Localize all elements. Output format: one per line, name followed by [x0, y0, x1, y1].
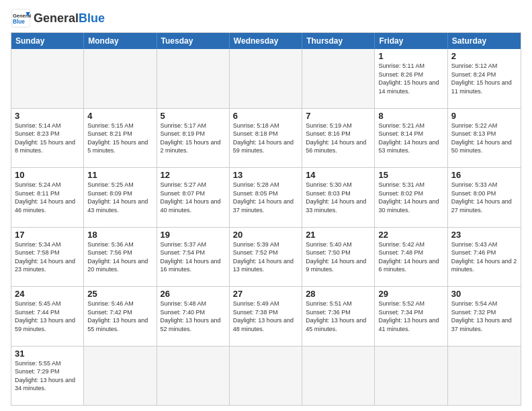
- day-number: 28: [306, 289, 371, 299]
- cal-cell: 29Sunrise: 5:52 AMSunset: 7:34 PMDayligh…: [375, 287, 447, 346]
- sun-info: Sunrise: 5:51 AMSunset: 7:36 PMDaylight:…: [306, 300, 371, 333]
- day-number: 23: [451, 230, 517, 240]
- day-number: 22: [378, 230, 443, 240]
- sun-info: Sunrise: 5:22 AMSunset: 8:13 PMDaylight:…: [451, 122, 517, 155]
- sun-info: Sunrise: 5:39 AMSunset: 7:52 PMDaylight:…: [233, 240, 298, 274]
- sun-info: Sunrise: 5:34 AMSunset: 7:58 PMDaylight:…: [15, 240, 80, 274]
- day-number: 11: [87, 170, 152, 180]
- sun-info: Sunrise: 5:45 AMSunset: 7:44 PMDaylight:…: [15, 300, 80, 333]
- sun-info: Sunrise: 5:14 AMSunset: 8:23 PMDaylight:…: [15, 122, 80, 155]
- cal-header-thursday: Thursday: [302, 33, 375, 49]
- sun-info: Sunrise: 5:11 AMSunset: 8:26 PMDaylight:…: [378, 62, 443, 95]
- cal-cell: [157, 347, 230, 406]
- cal-cell: 19Sunrise: 5:37 AMSunset: 7:54 PMDayligh…: [157, 228, 230, 287]
- day-number: 9: [451, 111, 517, 121]
- day-number: 13: [233, 170, 298, 180]
- cal-cell: 27Sunrise: 5:49 AMSunset: 7:38 PMDayligh…: [230, 287, 302, 346]
- cal-header-friday: Friday: [375, 33, 447, 49]
- sun-info: Sunrise: 5:15 AMSunset: 8:21 PMDaylight:…: [87, 122, 152, 155]
- sun-info: Sunrise: 5:48 AMSunset: 7:40 PMDaylight:…: [161, 300, 226, 333]
- day-number: 3: [15, 111, 80, 121]
- cal-cell: 11Sunrise: 5:25 AMSunset: 8:09 PMDayligh…: [84, 168, 157, 227]
- cal-cell: 24Sunrise: 5:45 AMSunset: 7:44 PMDayligh…: [11, 287, 84, 346]
- cal-cell: [157, 49, 230, 108]
- cal-cell: 16Sunrise: 5:33 AMSunset: 8:00 PMDayligh…: [448, 168, 521, 227]
- cal-cell: 18Sunrise: 5:36 AMSunset: 7:56 PMDayligh…: [84, 228, 157, 287]
- cal-cell: 21Sunrise: 5:40 AMSunset: 7:50 PMDayligh…: [302, 228, 375, 287]
- cal-cell: 22Sunrise: 5:42 AMSunset: 7:48 PMDayligh…: [375, 228, 447, 287]
- sun-info: Sunrise: 5:55 AMSunset: 7:29 PMDaylight:…: [15, 359, 80, 393]
- cal-cell: [230, 347, 302, 406]
- cal-row-2: 10Sunrise: 5:24 AMSunset: 8:11 PMDayligh…: [11, 168, 521, 228]
- day-number: 25: [87, 289, 152, 299]
- cal-cell: 6Sunrise: 5:18 AMSunset: 8:18 PMDaylight…: [230, 109, 302, 168]
- day-number: 16: [451, 170, 517, 180]
- sun-info: Sunrise: 5:37 AMSunset: 7:54 PMDaylight:…: [161, 240, 226, 274]
- day-number: 24: [15, 289, 80, 299]
- sun-info: Sunrise: 5:40 AMSunset: 7:50 PMDaylight:…: [306, 240, 371, 274]
- sun-info: Sunrise: 5:30 AMSunset: 8:03 PMDaylight:…: [306, 181, 371, 214]
- day-number: 30: [451, 289, 517, 299]
- cal-header-tuesday: Tuesday: [157, 33, 230, 49]
- cal-cell: [230, 49, 302, 108]
- cal-cell: 31Sunrise: 5:55 AMSunset: 7:29 PMDayligh…: [11, 347, 84, 406]
- cal-header-saturday: Saturday: [448, 33, 521, 49]
- cal-row-4: 24Sunrise: 5:45 AMSunset: 7:44 PMDayligh…: [11, 287, 521, 347]
- cal-cell: 12Sunrise: 5:27 AMSunset: 8:07 PMDayligh…: [157, 168, 230, 227]
- day-number: 1: [378, 51, 443, 61]
- cal-cell: 8Sunrise: 5:21 AMSunset: 8:14 PMDaylight…: [375, 109, 447, 168]
- sun-info: Sunrise: 5:21 AMSunset: 8:14 PMDaylight:…: [378, 122, 443, 155]
- day-number: 15: [378, 170, 443, 180]
- calendar-header-row: SundayMondayTuesdayWednesdayThursdayFrid…: [11, 33, 521, 49]
- header: General Blue GeneralBlue: [11, 8, 521, 28]
- cal-cell: 2Sunrise: 5:12 AMSunset: 8:24 PMDaylight…: [448, 49, 521, 108]
- sun-info: Sunrise: 5:52 AMSunset: 7:34 PMDaylight:…: [378, 300, 443, 333]
- cal-cell: 30Sunrise: 5:54 AMSunset: 7:32 PMDayligh…: [448, 287, 521, 346]
- cal-cell: 10Sunrise: 5:24 AMSunset: 8:11 PMDayligh…: [11, 168, 84, 227]
- svg-text:Blue: Blue: [13, 19, 25, 25]
- sun-info: Sunrise: 5:46 AMSunset: 7:42 PMDaylight:…: [87, 300, 152, 333]
- day-number: 10: [15, 170, 80, 180]
- cal-cell: [84, 347, 157, 406]
- cal-cell: 17Sunrise: 5:34 AMSunset: 7:58 PMDayligh…: [11, 228, 84, 287]
- day-number: 14: [306, 170, 371, 180]
- sun-info: Sunrise: 5:12 AMSunset: 8:24 PMDaylight:…: [451, 62, 517, 95]
- cal-cell: 7Sunrise: 5:19 AMSunset: 8:16 PMDaylight…: [302, 109, 375, 168]
- logo-text: GeneralBlue: [34, 12, 105, 24]
- cal-cell: 14Sunrise: 5:30 AMSunset: 8:03 PMDayligh…: [302, 168, 375, 227]
- cal-cell: 25Sunrise: 5:46 AMSunset: 7:42 PMDayligh…: [84, 287, 157, 346]
- sun-info: Sunrise: 5:43 AMSunset: 7:46 PMDaylight:…: [451, 240, 517, 274]
- cal-cell: 3Sunrise: 5:14 AMSunset: 8:23 PMDaylight…: [11, 109, 84, 168]
- cal-row-5: 31Sunrise: 5:55 AMSunset: 7:29 PMDayligh…: [11, 347, 521, 406]
- cal-cell: [11, 49, 84, 108]
- sun-info: Sunrise: 5:54 AMSunset: 7:32 PMDaylight:…: [451, 300, 517, 333]
- cal-cell: [302, 347, 375, 406]
- cal-cell: [84, 49, 157, 108]
- day-number: 31: [15, 349, 80, 359]
- day-number: 4: [87, 111, 152, 121]
- day-number: 2: [451, 51, 517, 61]
- cal-header-wednesday: Wednesday: [230, 33, 302, 49]
- cal-cell: 28Sunrise: 5:51 AMSunset: 7:36 PMDayligh…: [302, 287, 375, 346]
- sun-info: Sunrise: 5:49 AMSunset: 7:38 PMDaylight:…: [233, 300, 298, 333]
- cal-cell: 1Sunrise: 5:11 AMSunset: 8:26 PMDaylight…: [375, 49, 447, 108]
- cal-cell: 20Sunrise: 5:39 AMSunset: 7:52 PMDayligh…: [230, 228, 302, 287]
- sun-info: Sunrise: 5:18 AMSunset: 8:18 PMDaylight:…: [233, 122, 298, 155]
- page: General Blue GeneralBlue SundayMondayTue…: [0, 0, 532, 411]
- day-number: 26: [161, 289, 226, 299]
- cal-cell: 9Sunrise: 5:22 AMSunset: 8:13 PMDaylight…: [448, 109, 521, 168]
- cal-row-1: 3Sunrise: 5:14 AMSunset: 8:23 PMDaylight…: [11, 109, 521, 169]
- cal-cell: 4Sunrise: 5:15 AMSunset: 8:21 PMDaylight…: [84, 109, 157, 168]
- day-number: 8: [378, 111, 443, 121]
- sun-info: Sunrise: 5:36 AMSunset: 7:56 PMDaylight:…: [87, 240, 152, 274]
- day-number: 17: [15, 230, 80, 240]
- logo: General Blue GeneralBlue: [11, 8, 105, 28]
- cal-cell: [448, 347, 521, 406]
- cal-header-sunday: Sunday: [11, 33, 84, 49]
- sun-info: Sunrise: 5:28 AMSunset: 8:05 PMDaylight:…: [233, 181, 298, 214]
- cal-cell: 26Sunrise: 5:48 AMSunset: 7:40 PMDayligh…: [157, 287, 230, 346]
- cal-cell: 23Sunrise: 5:43 AMSunset: 7:46 PMDayligh…: [448, 228, 521, 287]
- day-number: 12: [161, 170, 226, 180]
- generalblue-logo-icon: General Blue: [11, 8, 31, 28]
- sun-info: Sunrise: 5:24 AMSunset: 8:11 PMDaylight:…: [15, 181, 80, 214]
